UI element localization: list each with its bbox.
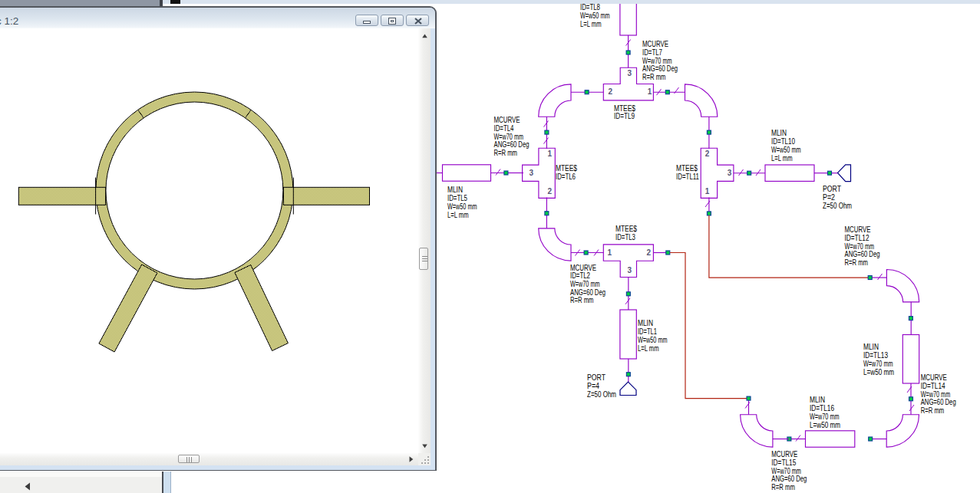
svg-text:MTEE$: MTEE$ [556, 164, 577, 173]
svg-text:Z=50 Ohm: Z=50 Ohm [587, 390, 616, 399]
svg-text:P=2: P=2 [823, 193, 835, 202]
svg-text:ID=TL3: ID=TL3 [615, 233, 635, 242]
svg-text:3: 3 [728, 169, 732, 177]
svg-text:W=w70 mm: W=w70 mm [845, 242, 875, 251]
svg-text:ANG=60 Deg: ANG=60 Deg [570, 288, 605, 297]
svg-text:ID=TL16: ID=TL16 [810, 404, 834, 412]
svg-text:L=L mm: L=L mm [580, 20, 602, 28]
svg-text:MCURVE: MCURVE [494, 116, 520, 124]
svg-text:R=R mm: R=R mm [642, 73, 666, 81]
svg-text:3: 3 [628, 266, 632, 274]
svg-text:3: 3 [530, 169, 534, 177]
svg-text:PORT: PORT [587, 373, 605, 382]
svg-text:2: 2 [705, 150, 710, 158]
svg-text:1: 1 [648, 87, 652, 96]
svg-text:W=w50 mm: W=w50 mm [771, 146, 801, 154]
svg-text:MCURVE: MCURVE [642, 40, 668, 48]
svg-text:MLIN: MLIN [447, 186, 463, 194]
svg-text:R=R mm: R=R mm [570, 296, 594, 304]
svg-text:P=4: P=4 [587, 382, 599, 390]
svg-text:ID=TL12: ID=TL12 [845, 234, 869, 242]
svg-text:ID=TL8: ID=TL8 [580, 3, 600, 12]
svg-text:PORT: PORT [823, 185, 841, 193]
svg-text:ID=TL10: ID=TL10 [771, 137, 795, 146]
svg-text:L=L mm: L=L mm [771, 154, 793, 163]
svg-text:ID=TL5: ID=TL5 [447, 194, 467, 202]
svg-text:W=w70 mm: W=w70 mm [570, 280, 600, 288]
svg-text:MCURVE: MCURVE [845, 225, 871, 234]
svg-text:R=R mm: R=R mm [845, 258, 869, 267]
svg-text:L=L mm: L=L mm [638, 344, 659, 353]
svg-text:2: 2 [547, 187, 552, 196]
svg-text:ANG=60 Deg: ANG=60 Deg [642, 64, 678, 73]
svg-text:ID=TL7: ID=TL7 [642, 48, 662, 57]
svg-text:ID=TL14: ID=TL14 [921, 382, 945, 390]
svg-text:L=w50 mm: L=w50 mm [810, 421, 840, 429]
svg-text:2: 2 [647, 248, 652, 257]
svg-text:R=R mm: R=R mm [771, 483, 795, 491]
svg-text:ID=TL11: ID=TL11 [676, 173, 699, 181]
svg-text:MLIN: MLIN [863, 343, 879, 351]
svg-text:ID=TL13: ID=TL13 [863, 351, 888, 360]
svg-text:MLIN: MLIN [771, 129, 787, 137]
svg-text:MLIN: MLIN [638, 319, 653, 327]
svg-text:1: 1 [705, 187, 710, 196]
svg-text:ID=TL15: ID=TL15 [771, 458, 796, 467]
svg-text:W=w70 mm: W=w70 mm [771, 467, 801, 475]
svg-text:W=w50 mm: W=w50 mm [447, 202, 477, 211]
svg-text:3: 3 [628, 69, 632, 77]
svg-text:MCURVE: MCURVE [921, 373, 947, 382]
svg-text:1: 1 [547, 150, 552, 158]
svg-text:R=R mm: R=R mm [921, 406, 945, 415]
svg-text:W=w70 mm: W=w70 mm [863, 360, 893, 368]
svg-text:W=w70 mm: W=w70 mm [642, 57, 672, 65]
svg-text:MTEE$: MTEE$ [614, 104, 635, 113]
svg-text:ID=TL6: ID=TL6 [556, 173, 576, 181]
svg-text:MTEE$: MTEE$ [615, 225, 637, 233]
svg-text:L=w50 mm: L=w50 mm [863, 368, 894, 376]
svg-text:W=w50 mm: W=w50 mm [580, 12, 610, 20]
svg-text:MCURVE: MCURVE [570, 264, 596, 272]
svg-text:1: 1 [607, 248, 612, 257]
svg-text:L=L mm: L=L mm [447, 211, 469, 219]
svg-text:ANG=60 Deg: ANG=60 Deg [921, 398, 956, 406]
svg-text:2: 2 [609, 87, 613, 96]
svg-text:W=w70 mm: W=w70 mm [810, 412, 840, 421]
svg-text:ID=TL2: ID=TL2 [570, 271, 590, 280]
svg-text:W=w70 mm: W=w70 mm [921, 390, 951, 399]
svg-text:MCURVE: MCURVE [771, 450, 797, 458]
svg-text:R=R mm: R=R mm [494, 149, 518, 157]
svg-text:W=w50 mm: W=w50 mm [638, 336, 668, 344]
svg-text:MLIN: MLIN [810, 396, 825, 404]
svg-text:ANG=60 Deg: ANG=60 Deg [494, 140, 530, 149]
svg-text:W=w70 mm: W=w70 mm [494, 133, 524, 141]
svg-text:ID=TL9: ID=TL9 [614, 112, 635, 120]
svg-text:ANG=60 Deg: ANG=60 Deg [845, 250, 880, 258]
svg-text:ID=TL1: ID=TL1 [638, 327, 657, 336]
svg-text:ID=TL4: ID=TL4 [494, 124, 514, 133]
svg-text:ANG=60 Deg: ANG=60 Deg [771, 475, 807, 483]
svg-text:MTEE$: MTEE$ [676, 164, 698, 173]
svg-text:Z=50 Ohm: Z=50 Ohm [823, 202, 852, 210]
